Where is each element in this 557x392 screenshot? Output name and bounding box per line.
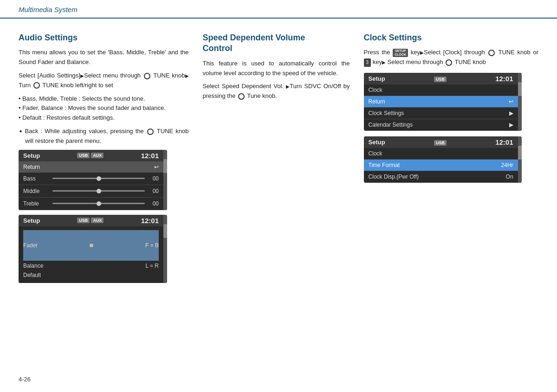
speed-heading: Speed Dependent Volume Control [203, 32, 350, 54]
clockdisp-value: On [506, 174, 513, 180]
screen2-wrapper: Setup USB AUX 12:01 Fader [19, 215, 167, 283]
cscreen1-time: 12:01 [495, 75, 513, 83]
cbadge2-usb: USB [434, 140, 447, 146]
audio-settings-section: Audio Settings This menu allows you to s… [19, 32, 203, 288]
cscreen2-time: 12:01 [495, 138, 513, 146]
cscreen2-clock-label: Clock [364, 148, 518, 160]
clock-screen2: Setup USB 12:01 Clock Time Format 24Hr [364, 136, 522, 183]
cscrollbar-thumb2 [518, 146, 522, 160]
default-label: Default [23, 272, 41, 278]
tune-knob-note [147, 129, 154, 135]
timeformat-label: Time Format [369, 162, 400, 168]
cscrollbar-thumb1 [518, 82, 522, 96]
clock-arrow1: ▶ [420, 49, 424, 57]
balance-label: Balance [23, 263, 43, 269]
main-content: Audio Settings This menu allows you to s… [0, 19, 557, 297]
balance-grid [75, 231, 108, 259]
calendar-settings-label: Calendar Settings [369, 122, 413, 128]
speed-section: Speed Dependent Volume Control This feat… [203, 32, 364, 288]
timeformat-value: 24Hr [501, 162, 513, 168]
cscreen1-badges: USB [434, 75, 447, 82]
page-header: Multimedia System [0, 0, 557, 19]
cscreen2-wrapper: Setup USB 12:01 Clock Time Format 24Hr [364, 136, 522, 183]
middle-value: 00 [149, 188, 159, 194]
setup-clock-badge: SETUP CLOCK [393, 49, 408, 58]
clock-settings-arrow: ▶ [509, 110, 513, 116]
screen1-header: Setup USB AUX 12:01 [19, 150, 163, 161]
bass-value: 00 [149, 175, 159, 182]
audio-para2: Select [Audio Settings]▶Select menu thro… [19, 71, 189, 90]
badge-usb: USB [77, 153, 90, 158]
clock-settings-label: Clock Settings [369, 110, 404, 116]
creturn-icon: ↩ [509, 98, 513, 105]
screen1-wrapper: Setup USB AUX 12:01 Return ↩ Bass [19, 150, 167, 210]
balance-row: Balance L = R [23, 262, 159, 270]
bullet-bass: Bass, Middle, Treble : Selects the sound… [19, 94, 189, 104]
treble-label: Treble [23, 200, 49, 207]
tune-knob-clock2 [446, 59, 452, 66]
screen2-main: Setup USB AUX 12:01 Fader [19, 215, 163, 283]
tune-knob-icon2 [33, 82, 40, 89]
screen1-bass-row: Bass 00 [19, 173, 163, 185]
screen1-treble-row: Treble 00 [19, 198, 163, 210]
audio-para1: This menu allows you to set the 'Bass, M… [19, 48, 189, 67]
cscreen1-header: Setup USB 12:01 [364, 73, 518, 84]
bass-slider [52, 178, 145, 179]
cbadge-usb: USB [434, 77, 447, 82]
speed-para2: Select Speed Dependent Vol. ▶Turn SDVC O… [203, 82, 350, 101]
audio-screen1: Setup USB AUX 12:01 Return ↩ Bass [19, 150, 167, 210]
clock-arrow2: ▶ [382, 59, 386, 66]
calendar-settings-arrow: ▶ [509, 122, 513, 128]
screen1-badges: USB AUX [77, 153, 104, 158]
section-title: Multimedia System [19, 6, 78, 13]
scrollbar-thumb1 [163, 159, 167, 173]
fader-label: Fader [23, 242, 38, 249]
treble-slider [52, 203, 145, 204]
cscreen1-label: Setup [369, 75, 385, 82]
bass-label: Bass [23, 175, 49, 182]
bullet-default: Default : Restores default settings. [19, 113, 189, 123]
screen1-scrollbar [163, 150, 167, 210]
clock-section: Clock Settings Press the SETUP CLOCK key… [364, 32, 538, 288]
cscreen1-clock-label: Clock [364, 84, 518, 96]
fader-value: F = B [145, 242, 159, 249]
tune-knob-clock [488, 50, 495, 56]
page-number: 4-26 [19, 376, 31, 383]
cscreen2-scrollbar [518, 136, 522, 183]
return-icon: ↩ [154, 164, 159, 170]
clock-sub-label2: Clock [369, 150, 382, 157]
cscreen1-main: Setup USB 12:01 Clock Return ↩ Clo [364, 73, 518, 131]
clock-heading: Clock Settings [364, 32, 538, 43]
arrow-icon: ▶ [80, 72, 84, 80]
cscreen1-scrollbar [518, 73, 522, 131]
screen1-time: 12:01 [141, 152, 159, 160]
clock-para: Press the SETUP CLOCK key▶Select [Clock]… [364, 48, 538, 67]
cscreen2-timeformat: Time Format 24Hr [364, 160, 518, 171]
screen2-label: Setup [23, 217, 40, 224]
audio-bullets: Bass, Middle, Treble : Selects the sound… [19, 94, 189, 123]
cscreen1-clocksettings: Clock Settings ▶ [364, 108, 518, 119]
balance-dot [90, 244, 93, 247]
middle-slider [52, 190, 145, 192]
clock-sub-label: Clock [369, 87, 382, 93]
badge2-usb: USB [77, 218, 90, 223]
scrollbar-thumb2 [163, 224, 167, 238]
fader-balance-area: Fader F = B Balance L = R Defa [19, 226, 163, 283]
tune-knob-icon [144, 73, 150, 79]
clock-screen1: Setup USB 12:01 Clock Return ↩ Clo [364, 73, 522, 131]
default-row: Default [23, 271, 159, 279]
cscreen1-wrapper: Setup USB 12:01 Clock Return ↩ Clo [364, 73, 522, 131]
screen2-badges: USB AUX [77, 218, 104, 223]
badge2-aux: AUX [91, 218, 104, 223]
arrow-icon2: ▶ [185, 72, 189, 80]
cscreen2-main: Setup USB 12:01 Clock Time Format 24Hr [364, 136, 518, 183]
cscreen2-clockdisp: Clock Disp.(Pwr Off) On [364, 171, 518, 183]
treble-value: 00 [149, 200, 159, 207]
badge-aux: AUX [91, 153, 104, 158]
clockdisp-label: Clock Disp.(Pwr Off) [369, 174, 419, 180]
page-footer: 4-26 [19, 376, 31, 383]
audio-screen2: Setup USB AUX 12:01 Fader [19, 215, 167, 283]
tune-knob-sdvc [238, 93, 245, 100]
bullet-fader: Fader, Balance : Moves the sound fader a… [19, 103, 189, 113]
cscreen2-label: Setup [369, 139, 385, 146]
